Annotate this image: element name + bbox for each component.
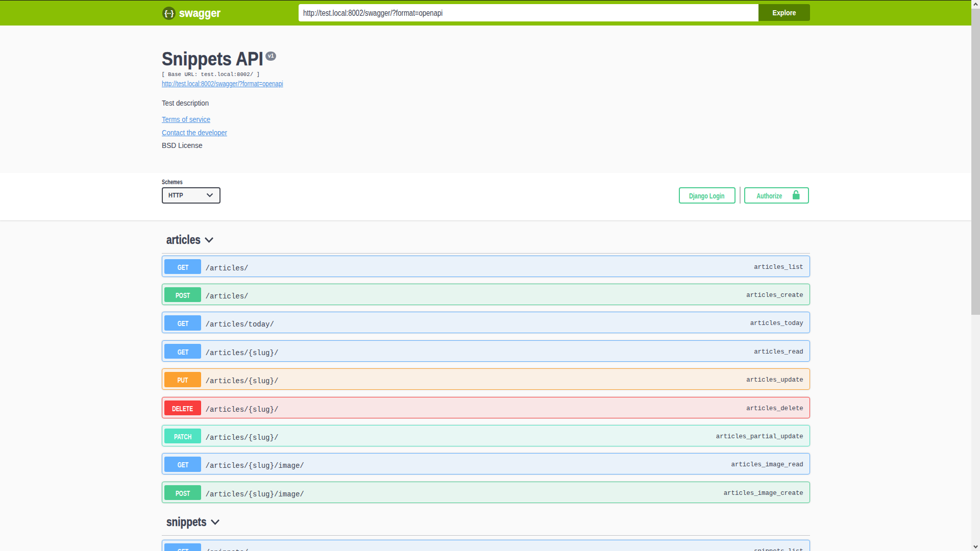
svg-text:}: } [170,9,174,17]
svg-text:{: { [164,9,167,17]
